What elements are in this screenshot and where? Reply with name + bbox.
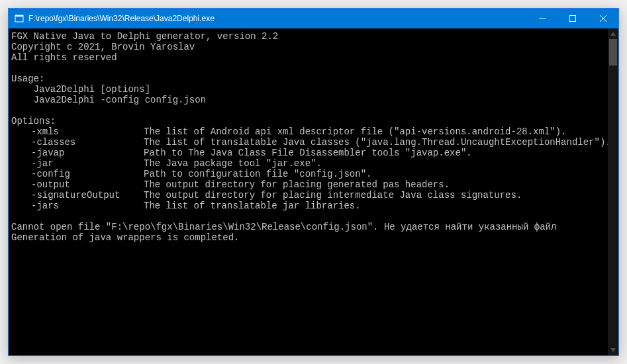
option-row: -xmlsThe list of Android api xml descrip… — [11, 126, 608, 137]
minimize-button[interactable] — [527, 9, 557, 28]
app-icon — [14, 13, 24, 24]
option-flag: -config — [11, 169, 144, 179]
maximize-button[interactable] — [557, 9, 588, 28]
done-line: Generation of java wrappers is completed… — [11, 232, 239, 243]
option-desc: The list of translatable jar libraries. — [144, 201, 361, 211]
option-flag: -xmls — [11, 126, 144, 137]
option-row: -jarThe Java package tool "jar.exe". — [11, 158, 608, 169]
option-desc: Path to configuration file "config.json"… — [144, 169, 371, 179]
option-desc: The list of translatable Java classes ("… — [144, 137, 608, 148]
option-flag: -jar — [11, 158, 144, 169]
svg-rect-3 — [570, 16, 576, 22]
option-row: -javapPath to The Java Class File Disass… — [11, 148, 608, 158]
window-controls — [527, 9, 618, 28]
option-desc: The output directory for placing generat… — [144, 179, 450, 190]
options-heading: Options: — [11, 116, 56, 126]
option-row: -signatureOutputThe output directory for… — [11, 190, 608, 201]
usage-line: Java2Delphi -config config.json — [11, 95, 206, 105]
option-flag: -javap — [11, 148, 144, 158]
svg-rect-1 — [15, 15, 23, 17]
error-line: Cannot open file "F:\repo\fgx\Binaries\W… — [11, 222, 556, 232]
window-title: F:\repo\fgx\Binaries\Win32\Release\Java2… — [28, 14, 527, 23]
option-row: -configPath to configuration file "confi… — [11, 169, 608, 179]
option-flag: -output — [11, 179, 144, 190]
svg-marker-6 — [610, 32, 616, 36]
header-line: Copyright c 2021, Brovin Yaroslav — [11, 42, 195, 52]
option-desc: The output directory for placing interme… — [144, 190, 522, 201]
option-desc: The list of Android api xml descriptor f… — [144, 126, 567, 137]
close-button[interactable] — [588, 9, 618, 28]
header-line: FGX Native Java to Delphi generator, ver… — [11, 31, 278, 42]
vertical-scrollbar[interactable] — [608, 28, 618, 355]
console-window: F:\repo\fgx\Binaries\Win32\Release\Java2… — [8, 8, 619, 356]
titlebar[interactable]: F:\repo\fgx\Binaries\Win32\Release\Java2… — [9, 9, 618, 28]
usage-heading: Usage: — [11, 73, 44, 84]
scroll-up-button[interactable] — [608, 28, 618, 39]
console-body: FGX Native Java to Delphi generator, ver… — [9, 28, 618, 355]
scroll-down-button[interactable] — [608, 345, 618, 355]
console-output[interactable]: FGX Native Java to Delphi generator, ver… — [9, 28, 608, 355]
usage-line: Java2Delphi [options] — [11, 84, 150, 95]
option-row: -jarsThe list of translatable jar librar… — [11, 201, 608, 211]
option-flag: -jars — [11, 201, 144, 211]
svg-marker-7 — [610, 348, 616, 352]
scroll-thumb[interactable] — [609, 39, 617, 66]
option-row: -classesThe list of translatable Java cl… — [11, 137, 608, 148]
header-line: All rights reserved — [11, 52, 117, 63]
option-desc: The Java package tool "jar.exe". — [144, 158, 322, 169]
option-flag: -classes — [11, 137, 144, 148]
option-desc: Path to The Java Class File Disassembler… — [144, 148, 472, 158]
option-row: -outputThe output directory for placing … — [11, 179, 608, 190]
option-flag: -signatureOutput — [11, 190, 144, 201]
